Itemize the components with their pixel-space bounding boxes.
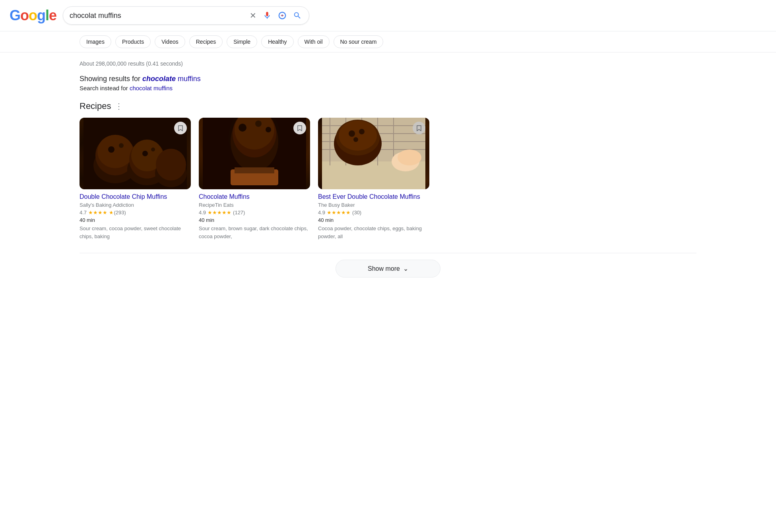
search-icons: ✕ (249, 10, 303, 21)
filter-chip-products[interactable]: Products (115, 35, 151, 48)
instead-link[interactable]: chocolat muffins (130, 85, 173, 91)
recipe-rating-3: 4.9 ★★★★★ (30) (318, 210, 429, 216)
logo-letter-e: e (49, 7, 56, 24)
recipe-image-wrapper-2 (199, 118, 310, 189)
mic-icon (263, 11, 272, 20)
recipe-card-2: Chocolate Muffins RecipeTin Eats 4.9 ★★★… (199, 118, 310, 240)
filter-bar: Images Products Videos Recipes Simple He… (0, 31, 776, 52)
showing-prefix: Showing results for (80, 75, 142, 83)
show-more-button[interactable]: Show more ⌄ (336, 260, 440, 278)
bookmark-button-1[interactable] (174, 122, 187, 134)
search-icon (293, 11, 302, 20)
review-count-1: (293) (114, 210, 126, 216)
bookmark-icon-1 (178, 125, 183, 131)
svg-point-21 (239, 124, 246, 132)
lens-icon (278, 11, 287, 20)
logo-letter-l: l (45, 7, 49, 24)
recipe-source-1: Sally's Baking Addiction (80, 202, 191, 208)
svg-point-4 (97, 135, 133, 168)
svg-rect-20 (235, 167, 274, 173)
rating-number-1: 4.7 (80, 210, 87, 216)
search-input[interactable] (70, 12, 245, 20)
review-count-2: (127) (233, 210, 245, 216)
recipe-cards: Double Chocolate Chip Muffins Sally's Ba… (80, 118, 696, 240)
rating-number-3: 4.9 (318, 210, 325, 216)
recipes-section: Recipes ⋮ (80, 101, 696, 240)
recipe-ingredients-2: Sour cream, brown sugar, dark chocolate … (199, 225, 310, 240)
recipe-title-link-3[interactable]: Best Ever Double Chocolate Muffins (318, 193, 429, 200)
muffin-illustration-1 (83, 118, 187, 189)
bookmark-button-2[interactable] (293, 122, 306, 134)
svg-point-39 (359, 129, 365, 134)
recipe-image-wrapper-1 (80, 118, 191, 189)
recipe-time-3: 40 min (318, 217, 429, 223)
svg-point-38 (349, 130, 355, 137)
show-more-wrapper: Show more ⌄ (80, 253, 696, 278)
recipe-source-2: RecipeTin Eats (199, 202, 310, 208)
corrected-word[interactable]: chocolate (142, 75, 176, 83)
logo-letter-g2: g (37, 7, 45, 24)
filter-chip-images[interactable]: Images (80, 35, 111, 48)
recipe-time-2: 40 min (199, 217, 310, 223)
svg-point-9 (156, 149, 186, 181)
bookmark-icon-2 (297, 125, 303, 131)
logo-letter-o1: o (20, 7, 29, 24)
filter-chip-simple[interactable]: Simple (227, 35, 257, 48)
svg-point-23 (266, 127, 271, 132)
google-logo[interactable]: Google (10, 7, 56, 24)
instead-prefix: Search instead for (80, 85, 130, 91)
stars-1: ★★★★ (88, 210, 107, 216)
recipes-title: Recipes (80, 101, 111, 111)
voice-search-button[interactable] (262, 10, 272, 21)
svg-point-22 (255, 120, 262, 127)
half-star-1: ★ (109, 210, 112, 216)
muffin-illustration-3 (322, 118, 425, 189)
recipe-ingredients-3: Cocoa powder, chocolate chips, eggs, bak… (318, 225, 429, 240)
muffin-illustration-2 (203, 118, 306, 189)
header: Google ✕ (0, 0, 776, 31)
bookmark-button-3[interactable] (413, 122, 425, 134)
stars-3: ★★★★★ (327, 210, 351, 216)
logo-letter-g: G (10, 7, 20, 24)
filter-chip-no-sour-cream[interactable]: No sour cream (334, 35, 384, 48)
rating-number-2: 4.9 (199, 210, 206, 216)
svg-point-10 (108, 146, 114, 153)
recipe-source-3: The Busy Baker (318, 202, 429, 208)
recipe-time-1: 40 min (80, 217, 191, 223)
recipes-header: Recipes ⋮ (80, 101, 696, 111)
filter-chip-healthy[interactable]: Healthy (261, 35, 293, 48)
svg-point-40 (353, 137, 358, 142)
spell-correction-showing: Showing results for chocolate muffins (80, 75, 696, 83)
show-more-chevron: ⌄ (403, 265, 408, 272)
bookmark-icon-3 (416, 125, 422, 131)
clear-button[interactable]: ✕ (249, 10, 257, 21)
lens-search-button[interactable] (277, 10, 287, 21)
filter-chip-with-oil[interactable]: With oil (298, 35, 330, 48)
svg-point-11 (119, 143, 124, 148)
corrected-rest: muffins (176, 75, 201, 83)
svg-point-42 (398, 150, 421, 165)
search-submit-button[interactable] (292, 10, 303, 21)
svg-point-37 (339, 120, 377, 151)
logo-letter-o2: o (29, 7, 37, 24)
recipe-title-link-1[interactable]: Double Chocolate Chip Muffins (80, 193, 191, 200)
filter-chip-videos[interactable]: Videos (155, 35, 185, 48)
filter-chip-recipes[interactable]: Recipes (189, 35, 223, 48)
stars-2: ★★★★★ (208, 210, 231, 216)
results-count: About 298,000,000 results (0.41 seconds) (80, 60, 696, 67)
more-options-button[interactable]: ⋮ (115, 101, 123, 111)
svg-point-13 (151, 148, 155, 151)
search-bar: ✕ (63, 6, 309, 25)
recipe-rating-2: 4.9 ★★★★★ (127) (199, 210, 310, 216)
spell-correction-instead: Search instead for chocolat muffins (80, 85, 696, 91)
show-more-label: Show more (368, 265, 400, 272)
recipe-card-3: Best Ever Double Chocolate Muffins The B… (318, 118, 429, 240)
spell-correction: Showing results for chocolate muffins Se… (80, 75, 696, 91)
recipe-ingredients-1: Sour cream, cocoa powder, sweet chocolat… (80, 225, 191, 240)
recipe-image-wrapper-3 (318, 118, 429, 189)
review-count-3: (30) (352, 210, 361, 216)
main-content: About 298,000,000 results (0.41 seconds)… (0, 52, 776, 285)
svg-point-12 (142, 151, 148, 156)
recipe-title-link-2[interactable]: Chocolate Muffins (199, 193, 310, 200)
recipe-rating-1: 4.7 ★★★★★ (293) (80, 210, 191, 216)
